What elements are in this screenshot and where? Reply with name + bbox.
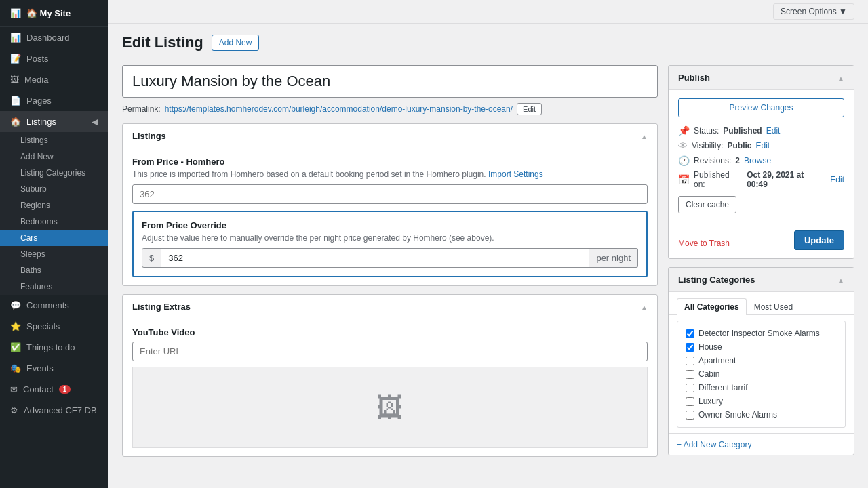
listings-metabox: Listings From Price - Homhero This price… <box>122 123 658 286</box>
category-checkbox-5[interactable] <box>686 397 694 406</box>
clear-cache-button[interactable]: Clear cache <box>678 196 736 214</box>
category-checkbox-3[interactable] <box>686 370 694 379</box>
tab-most-used-label: Most Used <box>754 302 793 312</box>
sidebar-item-dashboard[interactable]: 📊 Dashboard <box>0 27 108 48</box>
listing-title-input[interactable] <box>122 65 658 98</box>
price-override-label: From Price Override <box>142 220 638 230</box>
sidebar-sub-listings[interactable]: Listings <box>0 132 108 148</box>
price-override-input[interactable] <box>161 248 589 268</box>
sidebar-sub-add-new[interactable]: Add New <box>0 148 108 165</box>
sidebar-sub-regions[interactable]: Regions <box>0 197 108 214</box>
sidebar-label-pages: Pages <box>26 96 52 106</box>
add-new-category-link[interactable]: + Add New Category <box>677 440 751 449</box>
sidebar-sub-features[interactable]: Features <box>0 279 108 295</box>
revisions-browse-link[interactable]: Browse <box>744 156 771 165</box>
publish-title: Publish <box>678 73 710 83</box>
sidebar-label-specials: Specials <box>26 321 60 331</box>
sidebar-label-things-to-do: Things to do <box>26 342 75 352</box>
sidebar-sub-suburb[interactable]: Suburb <box>0 181 108 197</box>
sidebar-item-comments[interactable]: 💬 Comments <box>0 295 108 316</box>
visibility-edit-link[interactable]: Edit <box>755 141 770 150</box>
sidebar-item-advanced-cf7[interactable]: ⚙ Advanced CF7 DB <box>0 400 108 421</box>
listing-categories-box: Listing Categories All Categories Most U… <box>668 267 854 455</box>
revisions-value: 2 <box>735 156 740 165</box>
tab-most-used[interactable]: Most Used <box>747 298 800 315</box>
sidebar-item-pages[interactable]: 📄 Pages <box>0 90 108 111</box>
listing-categories-header[interactable]: Listing Categories <box>669 268 854 292</box>
revisions-browse-label: Browse <box>744 156 771 165</box>
sidebar-item-specials[interactable]: ⭐ Specials <box>0 316 108 337</box>
published-edit-link[interactable]: Edit <box>830 175 844 184</box>
screen-options-button[interactable]: Screen Options ▼ <box>773 3 854 20</box>
publish-box: Publish Preview Changes 📌 Status: Publis… <box>668 65 854 259</box>
sidebar-label-comments: Comments <box>26 300 69 310</box>
category-checkbox-6[interactable] <box>686 411 694 420</box>
sub-label-sleeps: Sleeps <box>20 249 45 259</box>
listings-metabox-header[interactable]: Listings <box>123 124 657 148</box>
published-value: Oct 29, 2021 at 00:49 <box>747 170 826 189</box>
sidebar-item-listings[interactable]: 🏠 Listings ◀ <box>0 111 108 132</box>
sidebar-item-contact[interactable]: ✉ Contact 1 <box>0 379 108 400</box>
category-item: Cabin <box>686 367 837 381</box>
sidebar-label-cf7: Advanced CF7 DB <box>24 405 97 415</box>
import-settings-link[interactable]: Import Settings <box>488 169 543 179</box>
sidebar-sub-baths[interactable]: Baths <box>0 262 108 279</box>
calendar-icon: 📅 <box>678 174 690 185</box>
category-checkbox-4[interactable] <box>686 384 694 392</box>
publish-collapse-icon <box>837 73 844 83</box>
add-new-category-label: + Add New Category <box>677 440 751 449</box>
add-new-button[interactable]: Add New <box>212 35 260 51</box>
screen-options-label: Screen Options ▼ <box>781 7 847 16</box>
cat-tabs: All Categories Most Used <box>669 292 854 315</box>
update-button[interactable]: Update <box>794 230 844 250</box>
category-checkbox-1[interactable] <box>686 343 694 352</box>
status-edit-link[interactable]: Edit <box>766 126 781 136</box>
move-to-trash-label: Move to Trash <box>678 239 730 248</box>
sidebar-item-events[interactable]: 🎭 Events <box>0 358 108 379</box>
tab-all-categories[interactable]: All Categories <box>677 298 747 315</box>
category-checkbox-2[interactable] <box>686 357 694 365</box>
sidebar-sub-listing-categories[interactable]: Listing Categories <box>0 165 108 181</box>
sidebar-item-things-to-do[interactable]: ✅ Things to do <box>0 337 108 358</box>
status-row: 📌 Status: Published Edit <box>678 125 844 136</box>
sub-label-suburb: Suburb <box>20 184 47 194</box>
sidebar-item-posts[interactable]: 📝 Posts <box>0 48 108 69</box>
published-label: Published on: <box>694 170 743 189</box>
visibility-icon: 👁 <box>678 140 688 151</box>
category-label-1: House <box>698 342 722 352</box>
from-price-input[interactable] <box>132 184 648 204</box>
clear-cache-label: Clear cache <box>686 200 729 209</box>
publish-body: Preview Changes 📌 Status: Published Edit… <box>669 90 854 258</box>
page-title: Edit Listing <box>122 34 203 52</box>
permalink-url[interactable]: https://templates.homherodev.com/burleig… <box>165 104 513 114</box>
sub-label-add-new: Add New <box>20 152 54 161</box>
screen-options-bar: Screen Options ▼ <box>108 0 868 24</box>
category-item: House <box>686 340 837 354</box>
sidebar-label-contact: Contact <box>23 384 54 394</box>
visibility-row: 👁 Visibility: Public Edit <box>678 140 844 151</box>
sidebar-item-media[interactable]: 🖼 Media <box>0 69 108 90</box>
sub-label-regions: Regions <box>20 201 50 210</box>
youtube-input[interactable] <box>132 342 648 361</box>
permalink-edit-button[interactable]: Edit <box>517 103 542 115</box>
move-to-trash-link[interactable]: Move to Trash <box>678 239 730 248</box>
preview-changes-button[interactable]: Preview Changes <box>678 98 844 117</box>
comments-icon: 💬 <box>10 300 21 310</box>
permalink-edit-label: Edit <box>523 105 536 113</box>
publish-header: Publish <box>669 66 854 90</box>
listing-extras-metabox-header[interactable]: Listing Extras <box>123 295 657 319</box>
visibility-value: Public <box>727 141 751 150</box>
status-label: Status: <box>694 126 719 136</box>
contact-icon: ✉ <box>10 384 18 394</box>
category-label-6: Owner Smoke Alarms <box>698 410 777 420</box>
category-checkbox-0[interactable] <box>686 329 694 338</box>
sidebar: 📊 🏠 My Site 📊 Dashboard 📝 Posts 🖼 Media … <box>0 0 108 488</box>
import-settings-label: Import Settings <box>488 169 543 179</box>
sidebar-sub-cars[interactable]: Cars <box>0 230 108 246</box>
permalink-label: Permalink: <box>122 104 161 114</box>
status-icon: 📌 <box>678 125 690 136</box>
listings-collapse-icon <box>641 131 648 141</box>
sidebar-sub-sleeps[interactable]: Sleeps <box>0 246 108 262</box>
from-price-desc: This price is imported from Homhero base… <box>132 169 648 179</box>
sidebar-sub-bedrooms[interactable]: Bedrooms <box>0 214 108 230</box>
